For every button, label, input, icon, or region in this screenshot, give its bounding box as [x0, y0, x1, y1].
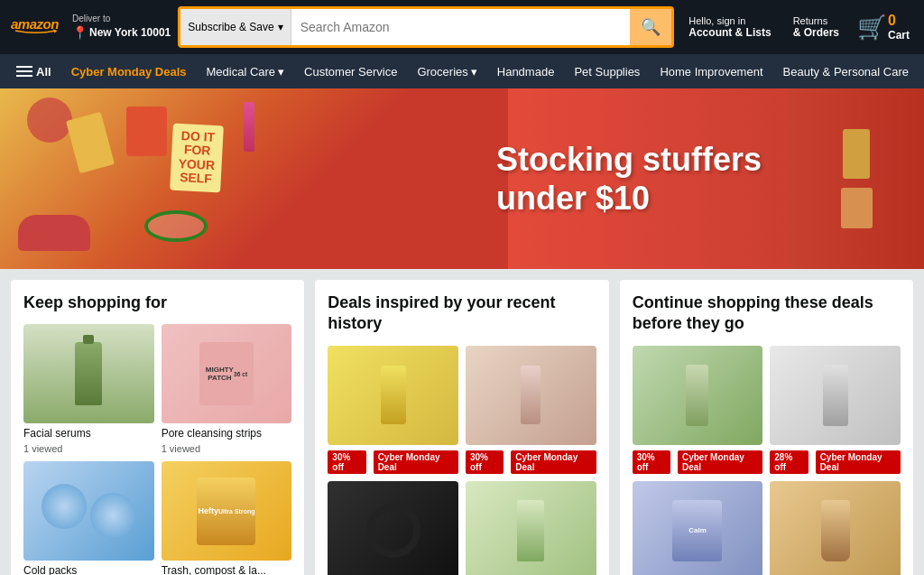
product-img-strips: MIGHTYPATCH36 ct	[162, 324, 292, 423]
product-img-calm: Calm	[633, 481, 763, 575]
product-facial-serums[interactable]: Facial serums 1 viewed	[23, 324, 154, 454]
product-img-green	[633, 346, 763, 445]
product-img-lotion	[466, 481, 596, 575]
navbar: All Cyber Monday Deals Medical Care ▾ Cu…	[0, 54, 924, 88]
product-img-oil	[328, 346, 458, 445]
product-img-spray	[770, 346, 901, 445]
deal-vitamin[interactable]: 20% off Cyber Monday Deal	[770, 481, 901, 575]
product-trash[interactable]: HeftyUltra Strong Trash, compost & la...	[162, 461, 292, 575]
deal-headphones[interactable]: 51% off Cyber Monday Deal	[328, 481, 458, 575]
discount-badge: 30% off	[328, 450, 365, 474]
search-icon: 🔍	[641, 17, 661, 37]
hero-text: Stocking stuffers under $10	[496, 140, 762, 218]
product-img-vitamin	[770, 481, 901, 575]
svg-text:amazon: amazon	[11, 15, 59, 31]
sections-row: Keep shopping for Facial serums 1 viewed…	[0, 269, 924, 575]
product-img-cold	[23, 461, 154, 561]
dropdown-arrow-icon: ▾	[278, 21, 283, 33]
product-img-serums	[23, 324, 154, 423]
deal-cream[interactable]: 30% off Cyber Monday Deal	[466, 346, 596, 474]
discount-badge-5: 30% off	[633, 450, 670, 474]
hamburger-icon	[16, 66, 32, 77]
deal-row-6: 28% off Cyber Monday Deal	[770, 450, 901, 474]
nav-item-customer-service[interactable]: Customer Service	[295, 60, 406, 84]
continue-shopping-section: Continue shopping these deals before the…	[620, 280, 913, 575]
product-img-trash: HeftyUltra Strong	[162, 461, 292, 561]
product-pore-strips[interactable]: MIGHTYPATCH36 ct Pore cleansing strips 1…	[162, 324, 292, 454]
amazon-logo[interactable]: amazon	[11, 7, 65, 48]
product-img-cream	[466, 346, 596, 445]
nav-dropdown-arrow-2: ▾	[471, 65, 477, 79]
nav-item-groceries[interactable]: Groceries ▾	[408, 60, 485, 84]
nav-item-pet[interactable]: Pet Supplies	[565, 60, 649, 84]
deal-spray[interactable]: 28% off Cyber Monday Deal	[770, 346, 901, 474]
deals-history-grid: 30% off Cyber Monday Deal 30% off Cyber …	[328, 346, 596, 575]
account-menu[interactable]: Hello, sign in Account & Lists	[681, 15, 778, 39]
deal-row: 30% off Cyber Monday Deal	[328, 450, 458, 474]
product-img-headphones	[328, 481, 458, 575]
search-button[interactable]: 🔍	[630, 9, 671, 45]
keep-shopping-grid: Facial serums 1 viewed MIGHTYPATCH36 ct …	[23, 324, 291, 575]
patch-box: MIGHTYPATCH36 ct	[199, 342, 254, 405]
deal-oil[interactable]: 30% off Cyber Monday Deal	[328, 346, 458, 474]
cyber-monday-badge: Cyber Monday Deal	[374, 450, 458, 474]
deal-green-bottle[interactable]: 30% off Cyber Monday Deal	[633, 346, 763, 474]
search-bar: Subscribe & Save ▾ 🔍	[178, 6, 674, 48]
hero-right-area	[789, 88, 924, 269]
keep-shopping-title: Keep shopping for	[23, 292, 291, 313]
product-label: Pore cleansing strips	[162, 427, 292, 440]
continue-shopping-grid: 30% off Cyber Monday Deal 28% off Cyber …	[633, 346, 901, 575]
deal-row-5: 30% off Cyber Monday Deal	[633, 450, 763, 474]
cyber-monday-badge-2: Cyber Monday Deal	[511, 450, 596, 474]
deal-lotion[interactable]: 20% off Cyber Monday Deal	[466, 481, 596, 575]
deals-history-section: Deals inspired by your recent history 30…	[315, 280, 608, 575]
continue-shopping-title: Continue shopping these deals before the…	[633, 292, 901, 335]
nav-item-handmade[interactable]: Handmade	[488, 60, 564, 84]
hero-banner[interactable]: DO ITFORYOURSELF Stocking stuffers under…	[0, 88, 924, 269]
orders-menu[interactable]: Returns & Orders	[786, 15, 846, 39]
nav-all[interactable]: All	[7, 60, 60, 84]
hero-items-area: DO ITFORYOURSELF	[0, 88, 508, 269]
nav-dropdown-arrow: ▾	[278, 65, 284, 79]
product-label: Cold packs	[23, 564, 154, 575]
product-label: Facial serums	[23, 427, 154, 440]
hero-diy-text: DO ITFORYOURSELF	[177, 129, 217, 187]
cyber-monday-badge-6: Cyber Monday Deal	[816, 450, 901, 474]
header: amazon Deliver to 📍 New York 10001 Subsc…	[0, 0, 924, 54]
headphones-shape	[366, 504, 420, 558]
cart-icon: 🛒	[857, 14, 886, 42]
deal-calm[interactable]: Calm 30% off Cyber Monday Deal	[633, 481, 763, 575]
nav-item-beauty[interactable]: Beauty & Personal Care	[774, 60, 918, 84]
calm-box: Calm	[672, 500, 722, 561]
cart-button[interactable]: 🛒 0 Cart	[854, 13, 913, 42]
deals-history-title: Deals inspired by your recent history	[328, 292, 596, 335]
nav-item-cyber-monday[interactable]: Cyber Monday Deals	[62, 60, 196, 84]
discount-badge-2: 30% off	[466, 450, 504, 474]
nav-item-medical[interactable]: Medical Care ▾	[198, 60, 294, 84]
product-sublabel: 1 viewed	[162, 443, 292, 454]
deliver-to[interactable]: Deliver to 📍 New York 10001	[72, 13, 171, 41]
product-cold-packs[interactable]: Cold packs	[23, 461, 154, 575]
product-label: Trash, compost & la...	[162, 564, 292, 575]
nav-item-coupons[interactable]: Coupons	[919, 60, 924, 84]
product-sublabel: 1 viewed	[23, 443, 154, 454]
keep-shopping-section: Keep shopping for Facial serums 1 viewed…	[11, 280, 304, 575]
hefty-box: HeftyUltra Strong	[197, 478, 255, 545]
search-input[interactable]	[291, 9, 631, 45]
deal-row-2: 30% off Cyber Monday Deal	[466, 450, 596, 474]
discount-badge-6: 28% off	[770, 450, 808, 474]
nav-item-home[interactable]: Home Improvement	[651, 60, 772, 84]
cyber-monday-badge-5: Cyber Monday Deal	[678, 450, 762, 474]
search-category-dropdown[interactable]: Subscribe & Save ▾	[180, 9, 291, 45]
